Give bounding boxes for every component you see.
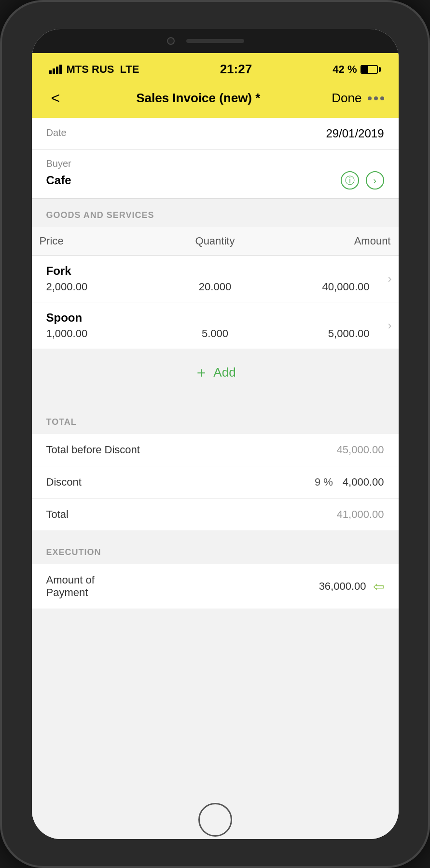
battery-body bbox=[361, 65, 378, 74]
discount-row[interactable]: Discont 9 % 4,000.00 bbox=[32, 466, 399, 499]
status-left: MTS RUS LTE bbox=[49, 63, 139, 76]
col-quantity: Quantity bbox=[154, 227, 276, 255]
date-field-row: Date 29/01/2019 bbox=[32, 118, 399, 149]
spacer2 bbox=[32, 531, 399, 536]
spoon-amount: 5,000.00 bbox=[271, 327, 384, 340]
return-icon[interactable]: ⇦ bbox=[373, 579, 384, 595]
navigate-icon[interactable]: › bbox=[366, 171, 384, 190]
goods-section-header: GOODS AND SERVICES bbox=[32, 199, 399, 227]
back-button[interactable]: < bbox=[46, 87, 65, 109]
content-area: Date 29/01/2019 Buyer Cafe ⓘ › GOODS AND… bbox=[32, 118, 399, 800]
phone-shell: MTS RUS LTE 21:27 42 % < Sales Invoice (… bbox=[0, 0, 430, 868]
home-indicator bbox=[32, 800, 399, 839]
col-amount: Amount bbox=[276, 227, 398, 255]
spoon-price: 1,000.00 bbox=[46, 327, 159, 340]
product-values-spoon: 1,000.00 5.000 5,000.00 bbox=[46, 327, 384, 340]
fork-price: 2,000.00 bbox=[46, 281, 159, 293]
chevron-right-icon: › bbox=[388, 272, 392, 285]
nav-right-actions: Done bbox=[332, 91, 384, 106]
amount-of-payment-label: Amount of Payment bbox=[46, 574, 95, 599]
bottom-spacer bbox=[32, 609, 399, 628]
carrier-label: MTS RUS bbox=[67, 63, 114, 76]
battery-tip bbox=[379, 67, 381, 72]
more-options-icon[interactable] bbox=[368, 96, 384, 100]
buyer-field-row: Buyer Cafe ⓘ › bbox=[32, 149, 399, 199]
buyer-label: Buyer bbox=[46, 158, 384, 169]
add-label: ＋ Add bbox=[194, 363, 236, 382]
col-price: Price bbox=[32, 227, 154, 255]
table-header: Price Quantity Amount bbox=[32, 227, 399, 256]
chevron-right-icon-spoon: › bbox=[388, 319, 392, 332]
speaker-grille bbox=[186, 39, 244, 43]
signal-bars-icon bbox=[49, 65, 62, 74]
status-bar: MTS RUS LTE 21:27 42 % bbox=[32, 53, 399, 81]
fork-quantity: 20.000 bbox=[159, 281, 271, 293]
product-name-spoon: Spoon bbox=[46, 311, 384, 325]
spacer bbox=[32, 396, 399, 406]
add-text: Add bbox=[213, 365, 236, 380]
battery-percent: 42 % bbox=[333, 63, 357, 76]
info-icon[interactable]: ⓘ bbox=[341, 171, 359, 190]
product-values-fork: 2,000.00 20.000 40,000.00 bbox=[46, 281, 384, 293]
discount-percent: 9 % bbox=[315, 476, 333, 488]
product-row-fork[interactable]: Fork 2,000.00 20.000 40,000.00 › bbox=[32, 256, 399, 302]
dot-2 bbox=[374, 96, 378, 100]
total-value: 41,000.00 bbox=[337, 508, 384, 521]
status-right: 42 % bbox=[333, 63, 381, 76]
signal-bar-1 bbox=[49, 70, 52, 74]
nav-bar: < Sales Invoice (new) * Done bbox=[32, 81, 399, 118]
execution-section-header: EXECUTION bbox=[32, 536, 399, 564]
signal-bar-3 bbox=[56, 67, 58, 74]
buyer-value[interactable]: Cafe bbox=[46, 174, 71, 187]
buyer-icons: ⓘ › bbox=[341, 171, 384, 190]
total-before-discount-label: Total before Discont bbox=[46, 444, 140, 456]
amount-of-payment-value: 36,000.00 bbox=[319, 580, 366, 593]
top-notch bbox=[32, 29, 399, 53]
fork-amount: 40,000.00 bbox=[271, 281, 384, 293]
battery-icon bbox=[361, 65, 381, 74]
battery-fill bbox=[361, 66, 368, 73]
total-row: Total 41,000.00 bbox=[32, 499, 399, 531]
dot-1 bbox=[368, 96, 372, 100]
network-label: LTE bbox=[120, 63, 139, 76]
screen: MTS RUS LTE 21:27 42 % < Sales Invoice (… bbox=[32, 29, 399, 839]
amount-of-payment-row[interactable]: Amount of Payment 36,000.00 ⇦ bbox=[32, 564, 399, 609]
dot-3 bbox=[380, 96, 384, 100]
product-name-fork: Fork bbox=[46, 264, 384, 278]
amount-of-payment-right: 36,000.00 ⇦ bbox=[319, 579, 384, 595]
front-camera-icon bbox=[167, 37, 175, 45]
spoon-quantity: 5.000 bbox=[159, 327, 271, 340]
home-button[interactable] bbox=[198, 803, 232, 837]
discount-values: 9 % 4,000.00 bbox=[315, 476, 384, 488]
discount-label: Discont bbox=[46, 476, 82, 488]
add-item-row[interactable]: ＋ Add bbox=[32, 349, 399, 396]
total-section-header: TOTAL bbox=[32, 406, 399, 434]
page-title: Sales Invoice (new) * bbox=[69, 91, 327, 106]
signal-bar-2 bbox=[53, 68, 55, 74]
total-label: Total bbox=[46, 508, 69, 521]
date-label: Date bbox=[46, 127, 67, 138]
discount-amount: 4,000.00 bbox=[343, 476, 384, 488]
total-before-discount-row: Total before Discont 45,000.00 bbox=[32, 434, 399, 466]
total-before-discount-value: 45,000.00 bbox=[337, 444, 384, 456]
clock: 21:27 bbox=[220, 62, 252, 77]
product-row-spoon[interactable]: Spoon 1,000.00 5.000 5,000.00 › bbox=[32, 302, 399, 349]
signal-bar-4 bbox=[59, 65, 62, 74]
date-value[interactable]: 29/01/2019 bbox=[326, 127, 384, 140]
add-plus-icon: ＋ bbox=[194, 363, 208, 382]
done-button[interactable]: Done bbox=[332, 91, 361, 106]
